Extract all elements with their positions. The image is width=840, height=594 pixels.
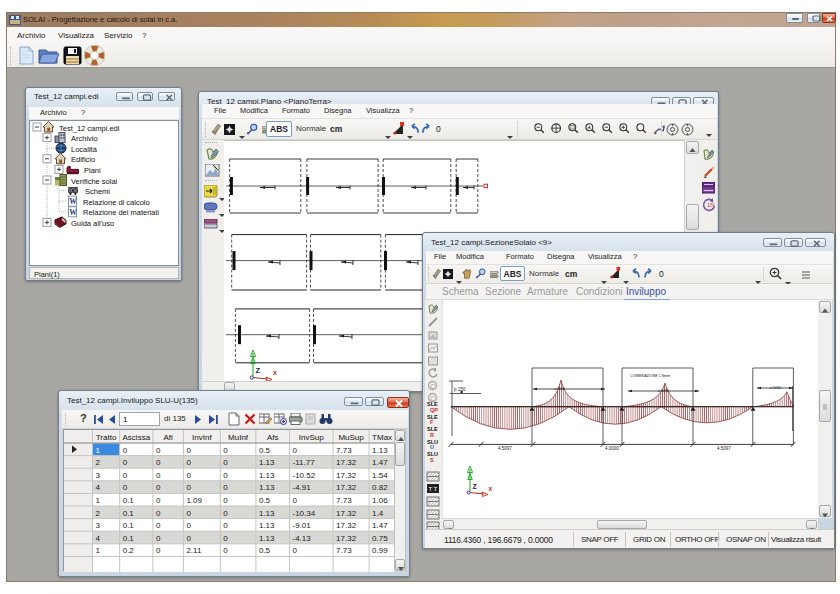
svg-text:1.13: 1.13: [259, 509, 275, 518]
svg-text:a.5090: a.5090: [770, 386, 781, 390]
svg-text:Relazione dei materiali: Relazione dei materiali: [83, 208, 159, 217]
svg-text:0: 0: [186, 483, 191, 492]
svg-text:Relazione di calcolo: Relazione di calcolo: [83, 198, 150, 207]
svg-text:-10.52: -10.52: [293, 471, 316, 480]
svg-text:0: 0: [123, 458, 128, 467]
svg-text:1N: 1N: [707, 202, 715, 208]
svg-text:0: 0: [123, 471, 128, 480]
svg-text:0: 0: [223, 534, 228, 543]
svg-text:x: x: [273, 369, 277, 376]
svg-text:17.32: 17.32: [336, 483, 357, 492]
svg-text:Z: Z: [473, 483, 478, 490]
svg-text:0: 0: [223, 521, 228, 530]
svg-text:Afs: Afs: [267, 433, 279, 442]
svg-text:2: 2: [96, 509, 101, 518]
svg-text:a.5090: a.5090: [554, 387, 565, 391]
svg-text:1.09: 1.09: [186, 496, 202, 505]
svg-text:1.47: 1.47: [372, 458, 388, 467]
svg-text:TMax: TMax: [372, 433, 392, 442]
svg-text:1.13: 1.13: [259, 521, 275, 530]
svg-text:0: 0: [223, 446, 228, 455]
svg-text:Archivio: Archivio: [71, 134, 98, 143]
svg-text:4: 4: [96, 483, 101, 492]
svg-text:0: 0: [156, 496, 161, 505]
svg-text:R: R: [430, 432, 434, 438]
svg-text:1.13: 1.13: [259, 471, 275, 480]
svg-text:p 150: p 150: [454, 387, 466, 392]
svg-text:1.47: 1.47: [372, 521, 388, 530]
svg-text:0: 0: [186, 509, 191, 518]
svg-text:4.5097: 4.5097: [498, 446, 512, 451]
svg-text:QP: QP: [430, 407, 438, 413]
svg-text:InvSup: InvSup: [299, 433, 324, 442]
svg-text:MuInf: MuInf: [228, 433, 249, 442]
svg-text:Afi: Afi: [163, 433, 173, 442]
svg-text:0.82: 0.82: [372, 483, 388, 492]
svg-text:0: 0: [223, 471, 228, 480]
svg-text:-9.01: -9.01: [293, 521, 312, 530]
svg-text:0: 0: [223, 509, 228, 518]
svg-text:Verifiche solai: Verifiche solai: [71, 177, 118, 186]
svg-text:Ascissa: Ascissa: [123, 433, 151, 442]
svg-text:InvInf: InvInf: [192, 433, 212, 442]
svg-text:0.5: 0.5: [259, 496, 271, 505]
svg-text:0: 0: [156, 483, 161, 492]
svg-text:1.13: 1.13: [259, 534, 275, 543]
svg-text:0.99: 0.99: [372, 546, 388, 555]
svg-text:17.32: 17.32: [336, 509, 357, 518]
svg-text:0: 0: [223, 483, 228, 492]
svg-text:0.5: 0.5: [259, 546, 271, 555]
svg-text:1: 1: [96, 546, 101, 555]
svg-text:-4.91: -4.91: [293, 483, 312, 492]
svg-text:7.73: 7.73: [336, 546, 352, 555]
svg-text:W: W: [69, 198, 77, 207]
svg-text:0.1: 0.1: [123, 509, 135, 518]
svg-text:0: 0: [186, 521, 191, 530]
svg-text:Test_12 campi.edi: Test_12 campi.edi: [59, 124, 120, 133]
svg-text:4.0000: 4.0000: [605, 446, 619, 451]
svg-text:S: S: [430, 457, 434, 463]
svg-text:W: W: [69, 208, 77, 217]
svg-text:0: 0: [156, 509, 161, 518]
svg-text:0.1: 0.1: [123, 496, 135, 505]
svg-text:0: 0: [293, 546, 298, 555]
svg-text:7.73: 7.73: [336, 496, 352, 505]
svg-text:0: 0: [156, 546, 161, 555]
svg-text:Z: Z: [256, 366, 261, 375]
svg-text:Tratto: Tratto: [96, 433, 117, 442]
svg-text:0: 0: [293, 496, 298, 505]
svg-text:0: 0: [186, 458, 191, 467]
svg-text:0: 0: [156, 458, 161, 467]
svg-text:Piani: Piani: [84, 166, 101, 175]
svg-text:0.1: 0.1: [123, 534, 135, 543]
svg-text:x: x: [489, 485, 493, 492]
svg-text:1: 1: [96, 496, 101, 505]
svg-text:0: 0: [223, 496, 228, 505]
svg-text:1.4: 1.4: [372, 509, 384, 518]
svg-text:1.13: 1.13: [259, 458, 275, 467]
svg-text:COMBINAZIONE 1 Nmm: COMBINAZIONE 1 Nmm: [630, 374, 670, 378]
svg-text:4.5097: 4.5097: [717, 446, 731, 451]
svg-text:0.5: 0.5: [259, 446, 271, 455]
svg-text:-4.13: -4.13: [293, 534, 312, 543]
svg-text:7.73: 7.73: [336, 446, 352, 455]
svg-text:0.1: 0.1: [123, 521, 135, 530]
svg-text:F: F: [430, 419, 434, 425]
svg-text:1.13: 1.13: [259, 483, 275, 492]
svg-text:0: 0: [293, 446, 298, 455]
svg-text:0: 0: [186, 446, 191, 455]
svg-text:3: 3: [96, 471, 101, 480]
svg-text:2.11: 2.11: [186, 546, 202, 555]
svg-text:0: 0: [156, 521, 161, 530]
svg-text:0.2: 0.2: [123, 546, 135, 555]
svg-text:0: 0: [223, 458, 228, 467]
svg-text:0: 0: [123, 446, 128, 455]
svg-text:17.32: 17.32: [336, 534, 357, 543]
svg-text:Edificio: Edificio: [71, 155, 95, 164]
svg-text:1.13: 1.13: [372, 446, 388, 455]
svg-text:1.06: 1.06: [372, 496, 388, 505]
svg-text:0: 0: [156, 534, 161, 543]
svg-text:3: 3: [96, 521, 101, 530]
svg-text:Schemi: Schemi: [85, 187, 110, 196]
svg-text:0: 0: [156, 446, 161, 455]
